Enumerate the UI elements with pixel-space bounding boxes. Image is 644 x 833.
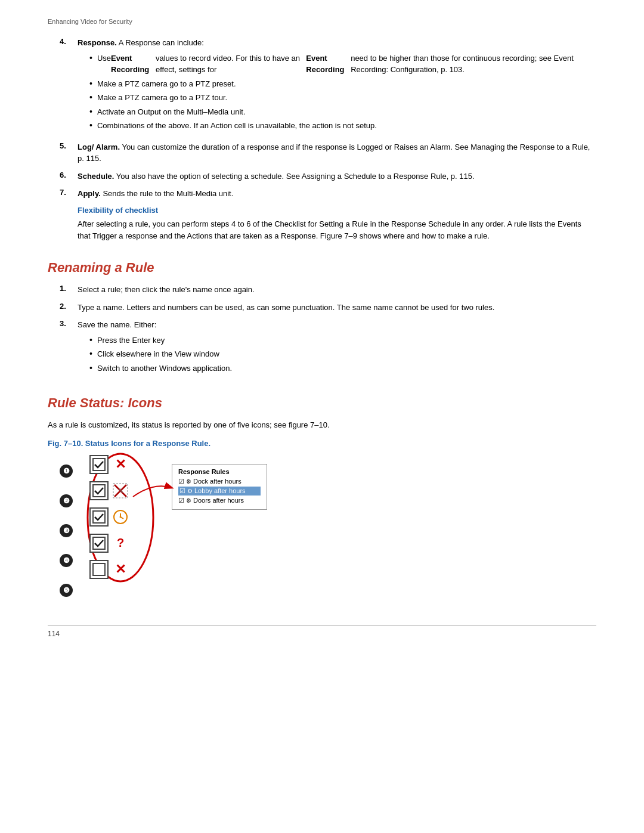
- item-num-4: 4.: [60, 37, 78, 135]
- circle-1: ❶: [60, 460, 73, 482]
- icon-row-1: ✕: [89, 455, 130, 474]
- item-content-4: Response. A Response can include: Use Ev…: [78, 37, 596, 135]
- renaming-content-2: Type a name. Letters and numbers can be …: [78, 302, 596, 314]
- rule-check-doors: ☑: [178, 497, 184, 504]
- save-name-bullets: Press the Enter key Click elsewhere in t…: [89, 335, 596, 374]
- list-item-7: 7. Apply. Sends the rule to the Multi-Me…: [48, 188, 596, 200]
- circle-numbers-column: ❶ ❷ ❸ ❹ ❺: [60, 460, 73, 602]
- rule-item-doors: ☑ ⚙ Doors after hours: [178, 497, 261, 504]
- save-bullet-1: Press the Enter key: [89, 335, 596, 346]
- bullet-1: Use Event Recording values to record vid…: [89, 52, 596, 76]
- rule-check-lobby: ☑: [179, 487, 185, 495]
- circle-num-2: ❷: [60, 494, 73, 507]
- rule-item-lobby: ☑ ⚙ Lobby after hours: [178, 487, 261, 496]
- rule-status-heading: Rule Status: Icons: [48, 395, 596, 411]
- rule-text-doors: Doors after hours: [193, 497, 244, 504]
- renaming-num-3: 3.: [60, 319, 78, 377]
- response-rules-box: Response Rules ☑ ⚙ Dock after hours ☑ ⚙ …: [172, 464, 267, 510]
- bullet-4: Activate an Output on the Multi–Media un…: [89, 106, 596, 118]
- svg-text:✎: ✎: [118, 487, 123, 494]
- pencil-status-2: ✎: [111, 481, 130, 500]
- page-number: 114: [48, 630, 60, 638]
- clock-status-3: [111, 507, 130, 527]
- renaming-item-2: 2. Type a name. Letters and numbers can …: [48, 302, 596, 314]
- figure-caption: Fig. 7–10. Status Icons for a Response R…: [48, 439, 596, 448]
- page: Enhancing Video for Security 4. Response…: [0, 0, 644, 833]
- checkbox-unchecked-5: [89, 560, 109, 579]
- flexibility-paragraph: After selecting a rule, you can perform …: [78, 218, 596, 242]
- circle-num-1: ❶: [60, 465, 73, 478]
- circle-5: ❺: [60, 579, 73, 602]
- rule-check-dock: ☑: [178, 478, 184, 485]
- renaming-section: Renaming a Rule 1. Select a rule; then c…: [48, 260, 596, 377]
- list-item-5: 5. Log/ Alarm. You can customize the dur…: [48, 141, 596, 165]
- question-status-4: ?: [111, 534, 130, 553]
- x-status-5: ✕: [111, 560, 130, 579]
- item-num-7: 7.: [60, 188, 78, 200]
- flexibility-section: Flexibility of checklist After selecting…: [48, 206, 596, 242]
- circle-4: ❹: [60, 549, 73, 572]
- renaming-item-3: 3. Save the name. Either: Press the Ente…: [48, 319, 596, 377]
- save-bullet-2: Click elsewhere in the View window: [89, 348, 596, 360]
- item-content-7: Apply. Sends the rule to the Multi-Media…: [78, 188, 596, 200]
- icon-row-2: ✎: [89, 481, 130, 500]
- page-header: Enhancing Video for Security: [48, 18, 596, 25]
- checkbox-checked-4: [89, 534, 109, 553]
- renaming-item-1: 1. Select a rule; then click the rule's …: [48, 284, 596, 296]
- circle-num-4: ❹: [60, 554, 73, 567]
- rule-icon-dock: ⚙: [186, 478, 191, 485]
- footer: 114: [48, 625, 596, 638]
- renaming-content-1: Select a rule; then click the rule's nam…: [78, 284, 596, 296]
- checkbox-checked-1: [89, 455, 109, 474]
- item-num-5: 5.: [60, 141, 78, 165]
- rule-text-dock: Dock after hours: [193, 478, 242, 485]
- renaming-num-1: 1.: [60, 284, 78, 296]
- item-content-6: Schedule. You also have the option of se…: [78, 171, 596, 182]
- circle-2: ❷: [60, 490, 73, 512]
- icon-rows-col: ✕ ✎: [89, 455, 130, 579]
- bullet-3: Make a PTZ camera go to a PTZ tour.: [89, 92, 596, 104]
- rule-text-lobby: Lobby after hours: [194, 487, 246, 494]
- item-num-6: 6.: [60, 171, 78, 182]
- rule-status-section: Rule Status: Icons As a rule is customiz…: [48, 395, 596, 601]
- list-item-6: 6. Schedule. You also have the option of…: [48, 171, 596, 182]
- bullet-2: Make a PTZ camera go to a PTZ preset.: [89, 78, 596, 90]
- renaming-num-2: 2.: [60, 302, 78, 314]
- arrow-rules-area: Response Rules ☑ ⚙ Dock after hours ☑ ⚙ …: [148, 461, 267, 510]
- renaming-heading: Renaming a Rule: [48, 260, 596, 275]
- circle-num-5: ❺: [60, 584, 73, 597]
- figure-area: ❶ ❷ ❸ ❹ ❺: [60, 455, 596, 602]
- rule-icon-lobby: ⚙: [187, 488, 193, 494]
- response-bullets: Use Event Recording values to record vid…: [89, 52, 596, 132]
- response-label: Response. A Response can include:: [78, 38, 204, 47]
- circle-3: ❸: [60, 519, 73, 542]
- icon-row-4: ?: [89, 534, 130, 553]
- circle-num-3: ❸: [60, 524, 73, 537]
- icon-row-5: ✕: [89, 560, 130, 579]
- rule-icon-doors: ⚙: [186, 497, 191, 504]
- renaming-content-3: Save the name. Either: Press the Enter k…: [78, 319, 596, 377]
- svg-point-11: [120, 516, 122, 518]
- svg-rect-13: [93, 563, 105, 575]
- list-item-4: 4. Response. A Response can include: Use…: [48, 37, 596, 135]
- response-rules-title: Response Rules: [178, 468, 261, 475]
- save-bullet-3: Switch to another Windows application.: [89, 363, 596, 374]
- flexibility-heading: Flexibility of checklist: [78, 206, 596, 215]
- icons-with-oval: ✕ ✎: [89, 455, 136, 579]
- x-status-1: ✕: [111, 455, 130, 474]
- bullet-5: Combinations of the above. If an Action …: [89, 120, 596, 132]
- rule-item-dock: ☑ ⚙ Dock after hours: [178, 478, 261, 485]
- rule-status-paragraph: As a rule is customized, its status is r…: [48, 419, 596, 431]
- checkbox-checked-2: [89, 481, 109, 500]
- checkbox-checked-3: [89, 507, 109, 527]
- icon-row-3: [89, 507, 130, 527]
- item-content-5: Log/ Alarm. You can customize the durati…: [78, 141, 596, 165]
